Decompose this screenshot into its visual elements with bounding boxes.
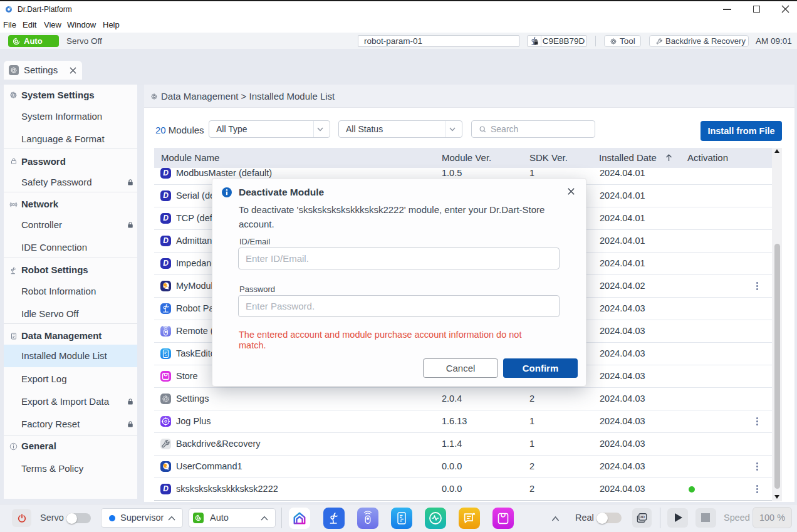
svg-text:3D: 3D — [640, 515, 645, 519]
